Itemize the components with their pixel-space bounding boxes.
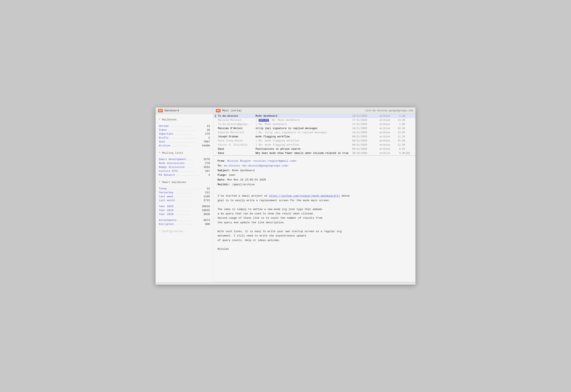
email-row-10[interactable]: Dave Why does mu4e show fewer emails whe…: [214, 151, 415, 155]
sidebar-item-sent-count: 7097: [203, 140, 210, 143]
sidebar-item-mu4e-label: Mu4e discussions: [159, 162, 185, 165]
header-to: To: mu-discuss <mu-discuss@googlegroups.…: [217, 164, 411, 168]
maildir-label: Maildir:: [217, 183, 230, 186]
sidebar-dots: .............: [176, 173, 207, 177]
sidebar-dots: ....: [187, 158, 203, 161]
github-link[interactable]: https://github.com/rougier/mu4e-dashboar…: [269, 194, 340, 197]
titlebar: RO Dahsboard RO Mail (inria) list:mu-dis…: [156, 107, 415, 114]
sidebar-item-drafts[interactable]: Drafts ................ 2: [156, 136, 213, 140]
row-size-3: 1.8K: [394, 123, 405, 126]
row-sender-5: Eduardo Mercovich: [218, 131, 255, 134]
body-text-1: I've started a small project at https://…: [217, 194, 350, 251]
row-sender-8: Victor A. Stoichita: [218, 143, 255, 146]
sidebar-dots: .........: [174, 213, 203, 216]
row-date-8: 09/11/2020: [352, 143, 379, 146]
sidebar-dots: .................: [166, 140, 203, 143]
email-row-8[interactable]: Victor A. Stoichita | Re: mu4e flagging …: [214, 143, 415, 147]
email-row-5[interactable]: Eduardo Mercovich | Re: strip (my) signa…: [214, 130, 415, 135]
to-value[interactable]: mu-discuss <mu-discuss@googlegroups.com>: [224, 164, 288, 167]
sidebar-item-yesterday[interactable]: Yesterday .......... 212: [156, 191, 213, 195]
flags-label: Flags:: [217, 173, 227, 177]
sidebar-dots: .........: [174, 209, 201, 212]
sidebar-item-year2020-count: 28616: [202, 205, 210, 208]
row-date-7: 09/11/2020: [352, 140, 379, 142]
sidebar-dots: ..........: [174, 191, 204, 194]
row-size-5: 13.6K: [394, 131, 405, 134]
row-folder-3: archive: [380, 123, 394, 126]
sidebar-item-today[interactable]: Today ................. 22: [156, 187, 213, 191]
main-window: RO Dahsboard RO Mail (inria) list:mu-dis…: [155, 107, 416, 285]
email-row-3[interactable]: To mu-discuss@googl… | Re: Mu4e dashboar…: [214, 122, 415, 126]
sidebar-item-year2018[interactable]: Year 2018 ......... 3038: [156, 212, 213, 216]
row-folder-6: archive: [380, 135, 394, 138]
sidebar-dots: .........: [179, 169, 204, 173]
sidebar-item-culture-count: 167: [205, 169, 210, 173]
row-subject-6: mu4e flagging workflow: [256, 135, 352, 138]
sidebar-item-numpy[interactable]: Numpy discussion .... 1034: [156, 165, 213, 169]
row-folder-1: archive: [380, 115, 394, 117]
row-sender-3: To mu-discuss@googl…: [218, 123, 255, 126]
sidebar-item-important[interactable]: Important .......... 279: [156, 132, 213, 136]
row-sender-4: Massimo D'Antoni: [218, 127, 255, 130]
sidebar-item-year2018-label: Year 2018: [159, 213, 173, 216]
sidebar-item-lastweek-label: Last week: [159, 195, 173, 198]
email-panel: ▌ To mu-discuss Mu4e dashboard 16/11/202…: [214, 114, 415, 282]
window-bottom-bar: [156, 282, 415, 285]
sidebar-dots: ...........: [174, 195, 203, 198]
sidebar-item-year2018-count: 3038: [203, 213, 210, 216]
sidebar-item-today-count: 22: [207, 187, 210, 190]
sidebar-item-lastweek[interactable]: Last week ........... 1105: [156, 195, 213, 198]
sidebar-item-emacs-count: 3376: [203, 158, 210, 161]
sidebar-item-yesterday-label: Yesterday: [159, 191, 173, 194]
sidebar-item-r4[interactable]: R4 Network ............. 4: [156, 173, 213, 177]
sidebar-item-lastmonth-label: Last month: [159, 199, 175, 202]
row-subject-8: | Re: mu4e flagging workflow: [256, 143, 352, 146]
sidebar-item-year2020-label: Year 2020: [159, 205, 173, 208]
row-sender-1: To mu-discuss: [218, 115, 255, 117]
subject-label: Subject:: [217, 169, 230, 172]
configuration-header[interactable]: * Configuration …: [156, 228, 213, 234]
email-row-1[interactable]: ▌ To mu-discuss Mu4e dashboard 16/11/202…: [214, 114, 415, 118]
row-folder-7: archive: [380, 140, 394, 142]
email-row-4[interactable]: Massimo D'Antoni strip (my) signature in…: [214, 126, 415, 130]
email-row-6[interactable]: Joseph Graham mu4e flagging workflow 09/…: [214, 135, 415, 139]
sidebar-item-important-label: Important: [159, 132, 173, 136]
sidebar-item-culture[interactable]: Culture STIC ......... 167: [156, 169, 213, 173]
message-body: I've started a small project at https://…: [217, 189, 411, 256]
sidebar-item-year2019[interactable]: Year 2019 ......... 19845: [156, 208, 213, 212]
sidebar-item-archive[interactable]: Archive .......... 44406: [156, 144, 213, 148]
sidebar-item-drafts-count: 2: [208, 136, 210, 140]
email-row-7[interactable]: Norm Tovey-Walsh | Re: mu4e flagging wor…: [214, 139, 415, 143]
row-size-8: 12.5K: [394, 143, 405, 146]
sidebar-item-r4-label: R4 Network: [159, 173, 175, 177]
header-flags: Flags: seen: [217, 173, 411, 177]
sidebar-item-inbox[interactable]: Inbox ................ 20: [156, 128, 213, 132]
from-value[interactable]: Nicolas Rougier <nicolas.rougier@gmail.c…: [227, 159, 297, 163]
row-sender-9: Dave: [218, 148, 255, 151]
row-subject-5: | Re: strip (my) signature in replied me…: [256, 131, 352, 134]
sidebar-item-attachments[interactable]: Attachments ......... 9974: [156, 218, 213, 222]
sidebar-item-sent-label: Sent: [159, 140, 165, 143]
sidebar-item-unread[interactable]: Unread ............. 13: [156, 124, 213, 128]
sidebar-item-year2019-count: 19845: [202, 209, 210, 212]
email-row-9[interactable]: Dave Punctuations in phrase search 09/11…: [214, 147, 415, 151]
header-from: From: Nicolas Rougier <nicolas.rougier@g…: [217, 159, 411, 163]
sidebar-dots: .....: [186, 162, 204, 165]
email-list: ▌ To mu-discuss Mu4e dashboard 16/11/202…: [214, 114, 415, 155]
row-date-3: 17/11/2020: [352, 123, 379, 126]
email-row-2[interactable]: Malcolm Matalka | REPLIED Re: Mu4e dashb…: [214, 118, 415, 122]
row-sender-2: Malcolm Matalka: [218, 119, 255, 122]
sidebar-item-sent[interactable]: Sent ................. 7097: [156, 140, 213, 144]
sidebar-item-lastmonth[interactable]: Last month ......... 3715: [156, 198, 213, 202]
row-sender-10: Dave: [218, 152, 255, 155]
sidebar-item-unread-label: Unread: [159, 125, 169, 128]
sidebar-item-encrypted[interactable]: Encrypted .......... 888: [156, 222, 213, 226]
sidebar-item-emacs[interactable]: Emacs development .... 3376: [156, 157, 213, 161]
sidebar-item-mu4e-count: 270: [205, 162, 210, 165]
ro-badge-left: RO: [158, 109, 163, 112]
sidebar-dots: ..........: [174, 132, 204, 136]
sidebar-item-year2020[interactable]: Year 2020 ......... 28616: [156, 204, 213, 208]
sidebar-item-mu4e[interactable]: Mu4e discussions ..... 270: [156, 161, 213, 165]
maildir-value: /gmail/archive: [232, 183, 255, 186]
row-size-6: 11.2K: [394, 135, 405, 138]
